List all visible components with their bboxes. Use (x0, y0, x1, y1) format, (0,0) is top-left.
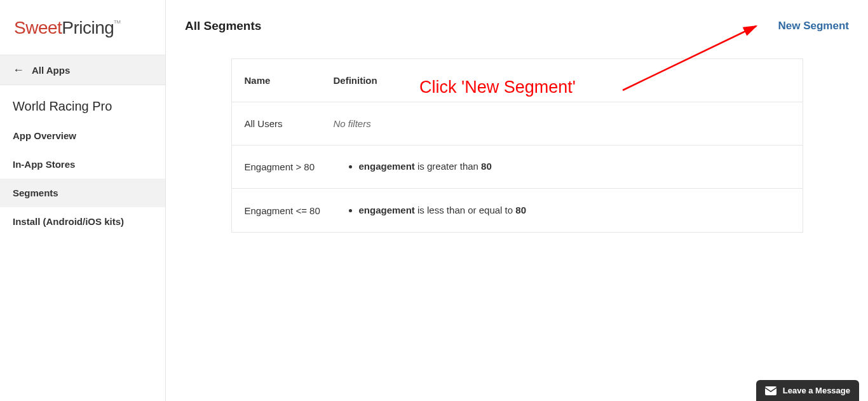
svg-rect-1 (765, 386, 776, 395)
segment-definition: No filters (334, 118, 803, 129)
segments-table: Name Definition All Users No filters Eng… (231, 58, 803, 233)
table-row[interactable]: Engagment <= 80 engagement is less than … (232, 189, 803, 232)
table-header-name: Name (232, 75, 334, 86)
segment-name: Engagment <= 80 (232, 205, 334, 216)
definition-item: engagement is less than or equal to 80 (359, 203, 803, 218)
definition-list: engagement is less than or equal to 80 (334, 203, 803, 218)
brand-tm: TM (114, 19, 121, 25)
logo-wrap: SweetPricingTM (0, 0, 165, 55)
brand-part2: Pricing (62, 18, 114, 37)
all-apps-link[interactable]: ← All Apps (0, 55, 165, 85)
definition-text: is greater than (415, 161, 481, 172)
chat-widget-button[interactable]: Leave a Message (756, 380, 859, 401)
page-title: All Segments (185, 19, 261, 33)
table-row[interactable]: All Users No filters (232, 102, 803, 146)
brand-logo[interactable]: SweetPricingTM (14, 18, 114, 38)
app-name: World Racing Pro (0, 85, 165, 121)
sidebar-item-app-overview[interactable]: App Overview (0, 121, 165, 150)
segment-definition: engagement is less than or equal to 80 (334, 203, 803, 218)
sidebar-item-segments[interactable]: Segments (0, 179, 165, 207)
definition-item: engagement is greater than 80 (359, 160, 803, 174)
table-row[interactable]: Engagment > 80 engagement is greater tha… (232, 146, 803, 189)
arrow-left-icon: ← (13, 64, 24, 76)
segment-definition: engagement is greater than 80 (334, 160, 803, 174)
definition-value: 80 (481, 161, 492, 172)
main-content: All Segments New Segment Name Definition… (166, 0, 868, 401)
mail-icon (765, 386, 776, 395)
chat-widget-label: Leave a Message (783, 386, 850, 395)
segment-name: All Users (232, 118, 334, 129)
definition-value: 80 (515, 205, 526, 215)
definition-metric: engagement (359, 161, 415, 172)
brand-part1: Sweet (14, 18, 62, 37)
all-apps-label: All Apps (32, 65, 70, 76)
table-header-definition: Definition (334, 75, 803, 86)
definition-text: is less than or equal to (415, 205, 515, 215)
new-segment-button[interactable]: New Segment (778, 20, 849, 32)
definition-metric: engagement (359, 205, 415, 215)
segment-name: Engagment > 80 (232, 161, 334, 172)
sidebar-item-in-app-stores[interactable]: In-App Stores (0, 150, 165, 179)
sidebar-item-install[interactable]: Install (Android/iOS kits) (0, 207, 165, 236)
header-row: All Segments New Segment (185, 19, 849, 33)
sidebar: SweetPricingTM ← All Apps World Racing P… (0, 0, 166, 401)
definition-list: engagement is greater than 80 (334, 160, 803, 174)
table-header-row: Name Definition (232, 59, 803, 102)
